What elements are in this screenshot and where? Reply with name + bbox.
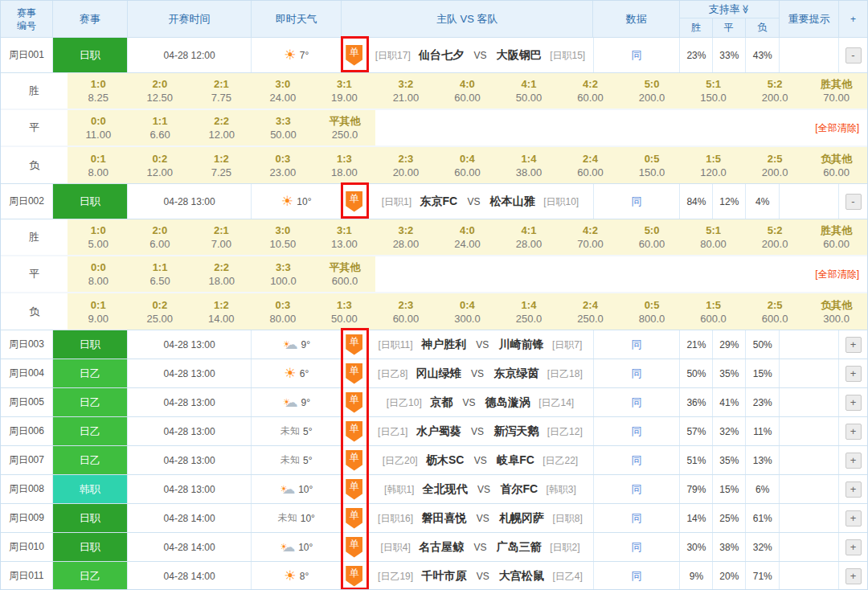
expand-button[interactable]: + <box>845 510 862 526</box>
odds-cell[interactable]: 3:1 19.00 <box>313 73 375 109</box>
odds-cell[interactable]: 0:3 23.00 <box>252 147 314 183</box>
odds-cell[interactable]: 0:4 300.0 <box>436 293 498 330</box>
odds-cell[interactable]: 3:0 24.00 <box>252 73 314 109</box>
odds-cell[interactable]: 4:1 28.00 <box>498 219 560 255</box>
away-team[interactable]: 大阪钢巴 <box>497 48 542 61</box>
data-link[interactable]: 同 <box>632 482 642 497</box>
home-team[interactable]: 全北现代 <box>423 482 468 495</box>
odds-cell[interactable]: 平其他 250.0 <box>314 110 376 145</box>
odds-cell[interactable]: 4:1 50.00 <box>498 73 560 109</box>
home-team[interactable]: 枥木SC <box>426 453 464 466</box>
odds-cell[interactable]: 4:0 60.00 <box>436 73 498 109</box>
odds-cell[interactable]: 5:1 80.00 <box>682 219 744 255</box>
data-link[interactable]: 同 <box>632 338 642 352</box>
odds-cell[interactable]: 5:0 60.00 <box>621 219 683 255</box>
expand-button[interactable]: + <box>845 453 862 469</box>
odds-cell[interactable]: 3:3 100.0 <box>252 256 314 292</box>
league-badge[interactable]: 日职 <box>53 533 128 561</box>
away-team[interactable]: 札幌冈萨 <box>499 511 544 524</box>
expand-button[interactable]: + <box>845 568 862 584</box>
odds-cell[interactable]: 负其他 60.00 <box>805 147 867 183</box>
league-badge[interactable]: 日职 <box>53 38 128 72</box>
clear-all-link[interactable]: [全部清除] <box>815 121 859 135</box>
odds-cell[interactable]: 平其他 600.0 <box>314 256 376 292</box>
away-team[interactable]: 广岛三箭 <box>497 540 542 553</box>
away-team[interactable]: 首尔FC <box>500 482 538 495</box>
odds-cell[interactable]: 2:2 12.00 <box>190 110 252 145</box>
data-link[interactable]: 同 <box>632 511 642 526</box>
odds-cell[interactable]: 1:2 14.00 <box>190 293 252 330</box>
odds-cell[interactable]: 0:0 8.00 <box>68 256 129 292</box>
home-team[interactable]: 东京FC <box>420 195 457 207</box>
odds-cell[interactable]: 2:0 12.50 <box>129 73 191 109</box>
odds-cell[interactable]: 0:4 60.00 <box>436 147 498 183</box>
away-team[interactable]: 大宫松鼠 <box>499 569 544 582</box>
odds-cell[interactable]: 2:4 250.0 <box>559 293 621 330</box>
odds-cell[interactable]: 0:1 8.00 <box>68 147 129 183</box>
data-link[interactable]: 同 <box>632 367 642 381</box>
league-badge[interactable]: 日乙 <box>53 359 128 387</box>
odds-cell[interactable]: 1:3 18.00 <box>313 147 375 183</box>
odds-cell[interactable]: 2:5 600.0 <box>744 293 806 330</box>
odds-cell[interactable]: 1:4 250.0 <box>498 293 560 330</box>
odds-cell[interactable]: 0:3 80.00 <box>252 293 314 330</box>
away-team[interactable]: 岐阜FC <box>497 453 534 466</box>
home-team[interactable]: 千叶市原 <box>421 569 466 582</box>
away-team[interactable]: 新泻天鹅 <box>493 424 538 437</box>
league-badge[interactable]: 日职 <box>53 330 128 359</box>
home-team[interactable]: 神户胜利 <box>421 338 466 350</box>
expand-button[interactable]: + <box>845 337 862 353</box>
collapse-button[interactable]: - <box>845 194 862 210</box>
odds-cell[interactable]: 2:3 20.00 <box>375 147 437 183</box>
odds-cell[interactable]: 3:1 13.00 <box>313 219 375 255</box>
league-badge[interactable]: 日乙 <box>53 388 128 416</box>
data-link[interactable]: 同 <box>632 395 642 410</box>
odds-cell[interactable]: 2:5 200.0 <box>744 147 806 183</box>
data-link[interactable]: 同 <box>632 48 642 63</box>
odds-cell[interactable]: 1:5 120.0 <box>682 147 744 183</box>
odds-cell[interactable]: 5:1 150.0 <box>682 73 744 109</box>
odds-cell[interactable]: 1:1 6.60 <box>129 110 191 145</box>
home-team[interactable]: 冈山绿雉 <box>416 367 461 379</box>
away-team[interactable]: 松本山雅 <box>490 195 535 207</box>
odds-cell[interactable]: 0:0 11.00 <box>68 110 129 145</box>
odds-cell[interactable]: 0:1 9.00 <box>68 293 129 330</box>
odds-cell[interactable]: 5:2 200.0 <box>744 219 806 255</box>
clear-all-link[interactable]: [全部清除] <box>815 268 859 281</box>
away-team[interactable]: 德岛漩涡 <box>485 395 530 408</box>
odds-cell[interactable]: 0:2 25.00 <box>129 293 191 330</box>
odds-cell[interactable]: 0:2 12.00 <box>129 147 191 183</box>
odds-cell[interactable]: 1:0 8.25 <box>68 73 129 109</box>
odds-cell[interactable]: 3:3 50.00 <box>252 110 314 145</box>
odds-cell[interactable]: 负其他 300.0 <box>805 293 867 330</box>
odds-cell[interactable]: 2:1 7.00 <box>190 219 252 255</box>
header-expand-all[interactable]: + <box>839 1 867 37</box>
league-badge[interactable]: 日乙 <box>53 562 128 590</box>
odds-cell[interactable]: 1:2 7.25 <box>190 147 252 183</box>
expand-button[interactable]: + <box>845 424 862 440</box>
odds-cell[interactable]: 1:1 6.50 <box>129 256 191 292</box>
home-team[interactable]: 磐田喜悦 <box>421 511 466 524</box>
home-team[interactable]: 名古屋鲸 <box>419 540 464 553</box>
odds-cell[interactable]: 胜其他 70.00 <box>805 73 867 109</box>
collapse-button[interactable]: - <box>845 47 862 64</box>
home-team[interactable]: 京都 <box>430 395 452 408</box>
odds-cell[interactable]: 4:2 60.00 <box>559 73 621 109</box>
data-link[interactable]: 同 <box>632 424 642 439</box>
home-team[interactable]: 水户蜀葵 <box>416 424 461 437</box>
odds-cell[interactable]: 1:3 50.00 <box>313 293 375 330</box>
league-badge[interactable]: 韩职 <box>53 475 128 503</box>
odds-cell[interactable]: 2:2 18.00 <box>190 256 252 292</box>
odds-cell[interactable]: 0:5 800.0 <box>621 293 683 330</box>
odds-cell[interactable]: 胜其他 60.00 <box>805 219 867 255</box>
odds-cell[interactable]: 2:3 60.00 <box>375 293 437 330</box>
odds-cell[interactable]: 2:4 60.00 <box>559 147 621 183</box>
odds-cell[interactable]: 5:0 200.0 <box>621 73 683 109</box>
expand-button[interactable]: + <box>845 395 862 411</box>
odds-cell[interactable]: 3:2 28.00 <box>375 219 437 255</box>
odds-cell[interactable]: 1:4 38.00 <box>498 147 560 183</box>
data-link[interactable]: 同 <box>632 453 642 468</box>
odds-cell[interactable]: 4:2 70.00 <box>559 219 621 255</box>
odds-cell[interactable]: 2:0 6.00 <box>129 219 191 255</box>
data-link[interactable]: 同 <box>632 569 642 584</box>
